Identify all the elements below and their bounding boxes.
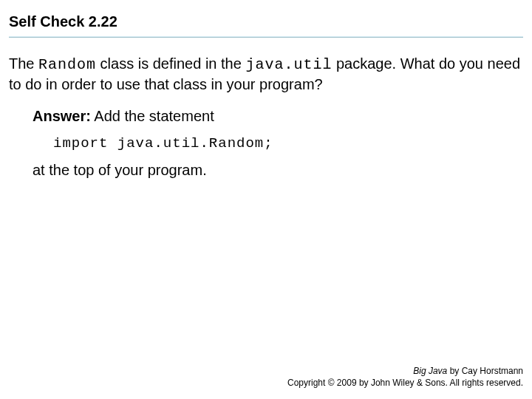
answer-text: Add the statement bbox=[91, 108, 214, 124]
question-text: The Random class is defined in the java.… bbox=[9, 54, 523, 95]
answer-block: Answer: Add the statement import java.ut… bbox=[9, 108, 523, 179]
footer: Big Java by Cay Horstmann Copyright © 20… bbox=[287, 365, 523, 389]
title-divider bbox=[9, 36, 523, 38]
answer-code: import java.util.Random; bbox=[33, 135, 523, 151]
footer-line1: Big Java by Cay Horstmann bbox=[287, 365, 523, 377]
question-code2: java.util bbox=[245, 56, 332, 73]
footer-copyright: Copyright © 2009 by John Wiley & Sons. A… bbox=[287, 377, 523, 389]
question-part2: class is defined in the bbox=[96, 55, 245, 72]
answer-line: Answer: Add the statement bbox=[33, 108, 523, 125]
question-code1: Random bbox=[38, 56, 96, 73]
answer-closing: at the top of your program. bbox=[33, 162, 523, 179]
footer-author: by Cay Horstmann bbox=[447, 366, 523, 376]
question-part1: The bbox=[9, 55, 38, 72]
slide-title: Self Check 2.22 bbox=[9, 13, 523, 35]
footer-book: Big Java bbox=[413, 366, 447, 376]
answer-label: Answer: bbox=[33, 108, 91, 124]
